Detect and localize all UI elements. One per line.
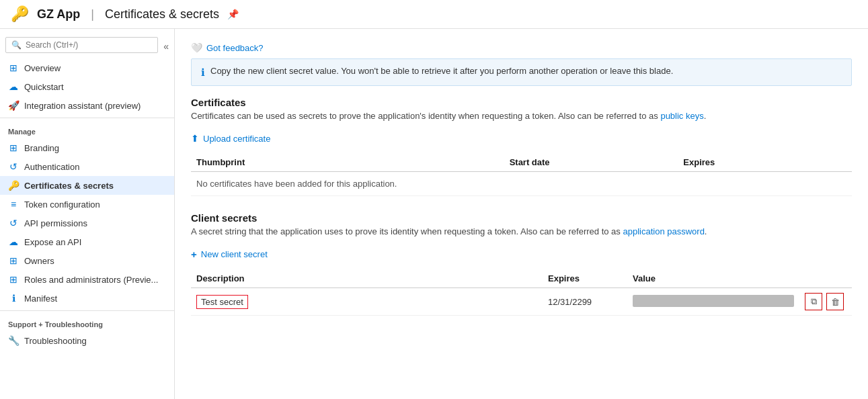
integration-label: Integration assistant (preview) [24, 101, 141, 111]
search-input[interactable] [26, 40, 152, 50]
upload-certificate-button[interactable]: ⬆ Upload certificate [191, 130, 270, 146]
col-header-expires-cert: Expires [678, 153, 852, 172]
manifest-icon: ℹ [8, 293, 19, 304]
sidebar-item-owners[interactable]: ⊞ Owners [0, 251, 174, 270]
sidebar-item-quickstart[interactable]: ☁ Quickstart [0, 77, 174, 96]
col-header-actions [799, 269, 852, 288]
certificates-empty-row: No certificates have been added for this… [191, 172, 852, 196]
certificates-section: Certificates Certificates can be used as… [191, 97, 852, 196]
manage-section-label: Manage [0, 121, 174, 138]
new-client-secret-button[interactable]: + New client secret [191, 246, 268, 263]
secret-value-masked [633, 295, 794, 307]
manage-divider [0, 118, 174, 118]
client-secrets-table: Description Expires Value Test secret 12… [191, 269, 852, 316]
client-secrets-desc: A secret string that the application use… [191, 226, 852, 236]
api-permissions-icon: ↺ [8, 218, 19, 228]
sidebar-item-roles[interactable]: ⊞ Roles and administrators (Previe... [0, 270, 174, 289]
token-icon: ≡ [8, 199, 19, 210]
troubleshooting-label: Troubleshooting [24, 336, 87, 346]
page-title: Certificates & secrets [105, 7, 219, 21]
upload-icon: ⬆ [191, 133, 199, 144]
app-name: GZ App [37, 7, 80, 21]
client-secrets-section: Client secrets A secret string that the … [191, 212, 852, 316]
sidebar-item-troubleshooting[interactable]: 🔧 Troubleshooting [0, 331, 174, 350]
secret-actions-cell: ⧉ 🗑 [799, 288, 852, 316]
token-label: Token configuration [24, 200, 100, 210]
sidebar-item-authentication[interactable]: ↺ Authentication [0, 157, 174, 176]
roles-icon: ⊞ [8, 274, 19, 285]
col-header-value: Value [627, 269, 799, 288]
sidebar-item-expose-api[interactable]: ☁ Expose an API [0, 232, 174, 251]
info-banner: ℹ Copy the new client secret value. You … [191, 58, 852, 86]
heart-icon: 🤍 [191, 42, 202, 53]
roles-label: Roles and administrators (Previe... [24, 275, 158, 285]
info-message: Copy the new client secret value. You wo… [210, 66, 673, 76]
certificates-table: Thumbprint Start date Expires No certifi… [191, 153, 852, 196]
col-header-description: Description [191, 269, 543, 288]
certificates-icon: 🔑 [8, 180, 19, 191]
feedback-label: Got feedback? [206, 43, 264, 53]
copy-secret-button[interactable]: ⧉ [805, 293, 822, 310]
table-row: Test secret 12/31/2299 ⧉ 🗑 [191, 288, 852, 316]
sidebar-item-certificates[interactable]: 🔑 Certificates & secrets [0, 176, 174, 195]
support-section-label: Support + Troubleshooting [0, 314, 174, 331]
secret-value-cell [627, 288, 799, 316]
quickstart-label: Quickstart [24, 82, 64, 92]
col-header-startdate: Start date [504, 153, 678, 172]
client-secrets-title: Client secrets [191, 212, 852, 224]
info-icon: ℹ [201, 66, 205, 79]
sidebar-item-overview[interactable]: ⊞ Overview [0, 58, 174, 77]
title-separator: | [91, 7, 94, 21]
sidebar: 🔍 « ⊞ Overview ☁ Quickstart 🚀 Integratio… [0, 29, 175, 399]
certificates-label: Certificates & secrets [24, 181, 114, 191]
branding-icon: ⊞ [8, 142, 19, 153]
branding-label: Branding [24, 143, 59, 153]
secret-expires: 12/31/2299 [543, 288, 627, 316]
certificates-empty-message: No certificates have been added for this… [191, 172, 852, 196]
col-header-expires-secret: Expires [543, 269, 627, 288]
pin-icon[interactable]: 📌 [227, 9, 239, 19]
delete-secret-button[interactable]: 🗑 [826, 293, 844, 310]
plus-icon: + [191, 249, 197, 260]
integration-icon: 🚀 [8, 100, 19, 111]
app-password-link[interactable]: application password [623, 226, 704, 236]
secret-description-cell: Test secret [191, 288, 543, 316]
collapse-button[interactable]: « [163, 41, 169, 52]
troubleshooting-icon: 🔧 [8, 335, 19, 346]
owners-label: Owners [24, 256, 54, 266]
sidebar-item-token[interactable]: ≡ Token configuration [0, 195, 174, 214]
public-keys-link[interactable]: public keys [660, 111, 703, 121]
feedback-bar[interactable]: 🤍 Got feedback? [191, 37, 852, 58]
search-box[interactable]: 🔍 [5, 37, 158, 53]
overview-label: Overview [24, 63, 61, 73]
app-icon: 🔑 [11, 5, 29, 23]
overview-icon: ⊞ [8, 62, 19, 73]
authentication-icon: ↺ [8, 161, 19, 172]
top-bar: 🔑 GZ App | Certificates & secrets 📌 [0, 0, 868, 29]
sidebar-item-integration[interactable]: 🚀 Integration assistant (preview) [0, 96, 174, 115]
sidebar-item-manifest[interactable]: ℹ Manifest [0, 289, 174, 308]
certificates-desc: Certificates can be used as secrets to p… [191, 111, 852, 121]
authentication-label: Authentication [24, 162, 79, 172]
col-header-thumbprint: Thumbprint [191, 153, 504, 172]
expose-api-label: Expose an API [24, 237, 81, 247]
search-icon: 🔍 [11, 40, 22, 50]
expose-api-icon: ☁ [8, 236, 19, 247]
quickstart-icon: ☁ [8, 81, 19, 92]
api-permissions-label: API permissions [24, 218, 87, 228]
sidebar-item-api-permissions[interactable]: ↺ API permissions [0, 214, 174, 232]
support-divider [0, 310, 174, 311]
sidebar-item-branding[interactable]: ⊞ Branding [0, 138, 174, 157]
secret-description: Test secret [196, 295, 248, 309]
manifest-label: Manifest [24, 294, 57, 304]
certificates-title: Certificates [191, 97, 852, 108]
owners-icon: ⊞ [8, 255, 19, 266]
main-content: 🤍 Got feedback? ℹ Copy the new client se… [175, 29, 868, 399]
